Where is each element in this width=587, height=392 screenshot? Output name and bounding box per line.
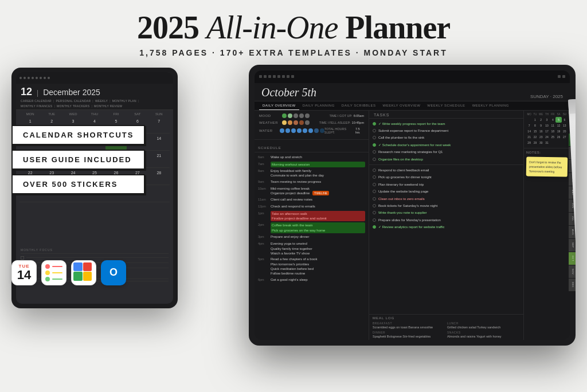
mini-cal-cell[interactable]: 1 xyxy=(532,117,538,123)
water-icon-4[interactable] xyxy=(297,128,302,133)
topbar-icon-8 xyxy=(291,75,294,78)
mini-cal-cell[interactable]: 4 xyxy=(550,117,555,123)
mood-icon-2[interactable] xyxy=(288,113,292,118)
mini-cal-cell[interactable]: 25 xyxy=(550,134,555,140)
tab-daily-scribbles[interactable]: DAILY SCRIBBLES xyxy=(338,101,379,110)
mini-cal-cell[interactable]: 31 xyxy=(544,140,550,146)
mood-icon-5[interactable] xyxy=(305,113,310,118)
mini-cal-cell-today[interactable]: 5 xyxy=(555,117,561,123)
cal-cell[interactable]: 21 xyxy=(148,152,170,168)
tab-weekly-overview[interactable]: WEEKLY OVERVIEW xyxy=(379,101,424,110)
mini-cal-cell[interactable]: 8 xyxy=(532,123,538,128)
cal-cell[interactable]: 14 xyxy=(148,135,170,151)
task-check[interactable] xyxy=(373,143,376,147)
task-check[interactable] xyxy=(373,204,376,207)
side-tab-label: SEP xyxy=(572,242,574,248)
nav-tab-monthly-fin[interactable]: MONTHLY FINANCES xyxy=(21,104,52,108)
mini-cal-cell[interactable]: 20 xyxy=(562,128,568,134)
mini-cal-cell[interactable]: 13 xyxy=(562,123,568,128)
task-check[interactable] xyxy=(373,136,376,139)
weather-icon-5[interactable] xyxy=(305,120,310,125)
mini-cal-cell[interactable]: 24 xyxy=(544,134,550,140)
task-check[interactable] xyxy=(373,211,376,214)
nav-tab-trackers[interactable]: MONTHLY TRACKERS xyxy=(57,104,89,108)
water-icon-6[interactable] xyxy=(308,128,313,133)
task-check[interactable] xyxy=(373,225,376,229)
focus-checkbox[interactable] xyxy=(21,256,24,260)
water-icon-2[interactable] xyxy=(285,128,290,133)
mini-cal-cell[interactable]: 21 xyxy=(526,134,532,140)
schedule-item: 3pm Prepare and enjoy dinner xyxy=(255,234,369,241)
notes-section: NOTES: Don't forget to review the presen… xyxy=(524,148,570,340)
mini-cal-cell[interactable]: 17 xyxy=(544,128,550,134)
cal-cell[interactable]: 7 xyxy=(148,117,170,134)
water-icon-7[interactable] xyxy=(314,128,319,133)
schedule-text: Enjoy breakfast with familyCommute to wo… xyxy=(271,168,365,178)
topbar-icon-3 xyxy=(268,75,271,78)
mini-cal-cell[interactable]: 30 xyxy=(538,140,544,146)
task-text: ✓ Review analytics report for website tr… xyxy=(378,225,445,229)
outlook-icon: O xyxy=(101,260,126,285)
task-check[interactable] xyxy=(373,175,376,179)
nav-tab-personal[interactable]: PERSONAL CALENDAR xyxy=(56,99,91,103)
weather-icon-4[interactable] xyxy=(299,120,304,125)
task-check[interactable] xyxy=(373,197,376,201)
mini-cal-cell[interactable]: 6 xyxy=(562,117,568,123)
task-check[interactable] xyxy=(373,168,376,172)
water-icon-8[interactable] xyxy=(320,128,324,133)
schedule-time: 1pm xyxy=(258,211,271,215)
task-check[interactable] xyxy=(373,122,376,126)
task-check[interactable] xyxy=(373,190,376,193)
task-check[interactable] xyxy=(373,183,376,186)
left-panel: 12 | December 2025 CAREER CALENDAR | PER… xyxy=(11,62,195,308)
nav-tab-review[interactable]: MONTHLY REVIEW xyxy=(94,104,122,108)
mini-cal-cell[interactable]: 19 xyxy=(555,128,561,134)
cal-cell[interactable]: 28 xyxy=(148,169,170,185)
tab-daily-overview[interactable]: DAILY OVERVIEW xyxy=(259,101,299,110)
mood-icon-1[interactable] xyxy=(282,113,287,118)
mini-cal-cell[interactable]: 26 xyxy=(555,134,561,140)
mini-cal-cell[interactable]: 7 xyxy=(526,123,532,128)
water-icon-1[interactable] xyxy=(280,128,284,133)
mini-cal-row: 28 29 30 31 xyxy=(526,140,568,146)
mini-cal-cell[interactable]: 2 xyxy=(538,117,544,123)
weather-icon-3[interactable] xyxy=(294,120,298,125)
mini-cal-cell[interactable]: 10 xyxy=(544,123,550,128)
task-check[interactable] xyxy=(373,218,376,222)
weather-icon-1[interactable] xyxy=(282,120,287,125)
title-text-2: Planner xyxy=(338,10,450,45)
meal-dinner: DINNER Spaghetti Bolognese Stir-fried ve… xyxy=(373,331,445,338)
task-check[interactable] xyxy=(373,158,376,161)
mini-cal-cell[interactable]: 11 xyxy=(550,123,555,128)
mini-cal-cell[interactable]: 9 xyxy=(538,123,544,128)
mini-cal-cell[interactable]: 23 xyxy=(538,134,544,140)
mini-cal-cell[interactable]: 14 xyxy=(526,128,532,134)
mini-cal-cell[interactable]: 15 xyxy=(532,128,538,134)
nav-tab-monthly-plan[interactable]: MONTHLY PLAN xyxy=(112,99,136,103)
mood-icon-3[interactable] xyxy=(294,113,298,118)
nav-tab-weekly[interactable]: WEEKLY xyxy=(95,99,108,103)
mini-cal-cell[interactable]: 27 xyxy=(562,134,568,140)
task-check[interactable] xyxy=(373,150,376,154)
mini-cal-cell[interactable]: 16 xyxy=(538,128,544,134)
mini-cal-cell[interactable]: 18 xyxy=(550,128,555,134)
mini-cal-cell[interactable]: 22 xyxy=(532,134,538,140)
mini-cal-cell[interactable]: 28 xyxy=(526,140,532,146)
water-icon-5[interactable] xyxy=(303,128,307,133)
mini-cal-cell[interactable]: 3 xyxy=(544,117,550,123)
tab-weekly-planning[interactable]: WEEKLY PLANNING xyxy=(469,101,512,110)
task-text: Update the website landing page xyxy=(378,189,428,194)
nav-tab-career[interactable]: CAREER CALENDAR xyxy=(21,99,52,103)
side-tab-sep[interactable]: SEP xyxy=(569,239,576,252)
side-tab-dec[interactable]: DEC xyxy=(569,279,576,291)
side-tab-nov[interactable]: NOV xyxy=(569,265,576,278)
water-icon-3[interactable] xyxy=(291,128,296,133)
task-check[interactable] xyxy=(373,129,376,132)
tab-daily-planning[interactable]: DAILY PLANNING xyxy=(299,101,338,110)
side-tab-oct[interactable]: OCT xyxy=(569,252,576,265)
tab-weekly-schedule[interactable]: WEEKLY SCHEDULE xyxy=(424,101,468,110)
mini-cal-cell[interactable]: 29 xyxy=(532,140,538,146)
mood-icon-4[interactable] xyxy=(299,113,304,118)
weather-icon-2[interactable] xyxy=(288,120,292,125)
mini-cal-cell[interactable]: 12 xyxy=(555,123,561,128)
